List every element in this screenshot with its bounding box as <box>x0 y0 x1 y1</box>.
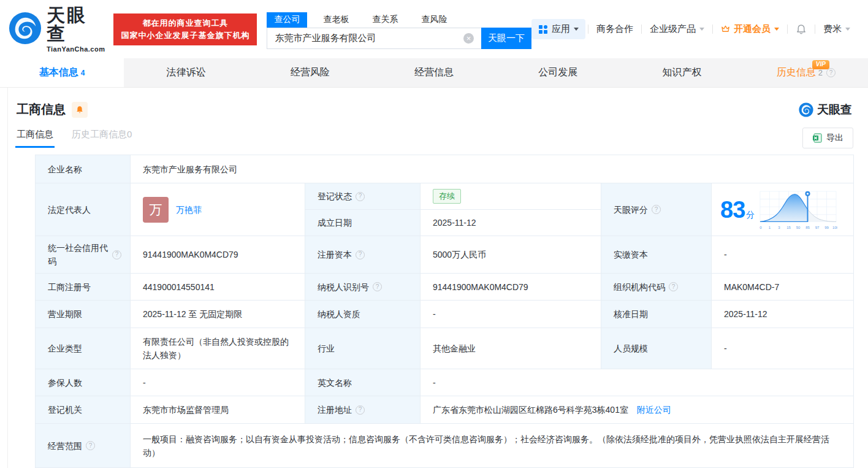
field-label-reg-capital: 注册资本 <box>305 236 421 274</box>
table-row: 企业名称 东莞市产业服务有限公司 <box>36 155 854 183</box>
svg-text:3: 3 <box>779 226 781 229</box>
nearby-companies-link[interactable]: 附近公司 <box>637 405 671 415</box>
field-label-business-term: 营业期限 <box>36 301 131 328</box>
field-value-paid-capital: - <box>712 236 854 274</box>
field-label-reg-status: 登记状态 <box>305 183 421 210</box>
subtab-business-info[interactable]: 工商信息 <box>17 129 53 148</box>
field-value-english-name: - <box>421 369 854 396</box>
main-content: 工商信息 天眼查 工商信息 历史工商信息0 <box>0 88 868 468</box>
brand-name: 天眼查 <box>47 6 105 43</box>
field-value-business-scope: 一般项目：融资咨询服务；以自有资金从事投资活动；信息咨询服务（不含许可类信息咨询… <box>131 424 854 468</box>
search-tabs: 查公司 查老板 查关系 查风险 <box>267 12 531 28</box>
field-value-reg-number: 441900014550141 <box>131 274 305 301</box>
field-value-company-name: 东莞市产业服务有限公司 <box>131 155 854 183</box>
tab-count: 4 <box>81 69 85 77</box>
tab-basic-info[interactable]: 基本信息 4 <box>0 58 124 87</box>
apps-grid-icon <box>538 25 548 34</box>
field-value-score: 83分 <box>712 183 854 236</box>
tab-count: 2 <box>818 68 823 77</box>
nav-cooperation[interactable]: 商务合作 <box>588 23 641 35</box>
help-icon[interactable] <box>373 282 382 291</box>
tab-history-info[interactable]: VIP 历史信息 2 <box>744 58 868 87</box>
field-label-org-code: 组织机构代码 <box>601 274 712 301</box>
nav-user[interactable]: 费米 <box>815 23 858 35</box>
tab-operating-risk[interactable]: 经营风险 <box>248 58 372 87</box>
search-tab-boss[interactable]: 查老板 <box>316 12 356 28</box>
crown-icon <box>721 25 730 34</box>
field-label-est-date: 成立日期 <box>305 210 421 236</box>
status-badge: 存续 <box>433 189 461 204</box>
table-row: 营业期限 2025-11-12 至 无固定期限 纳税人资质 - 核准日期 202… <box>36 301 854 328</box>
field-label-insured-count: 参保人数 <box>36 369 131 396</box>
legal-rep-link[interactable]: 万艳菲 <box>176 203 202 217</box>
field-label-legal-rep: 法定代表人 <box>36 183 131 236</box>
field-label-approval-date: 核准日期 <box>601 301 712 328</box>
field-label-taxpayer-id: 纳税人识别号 <box>305 274 421 301</box>
vip-badge: VIP <box>812 60 829 69</box>
nav-membership[interactable]: 开通会员 <box>713 23 787 35</box>
export-button[interactable]: 导出 <box>802 128 853 148</box>
page-tabs: 基本信息 4 法律诉讼 经营风险 经营信息 公司发展 知识产权 VIP 历史信息… <box>0 58 868 88</box>
nav-apps[interactable]: 应用 <box>531 19 585 39</box>
notification-bell-icon[interactable] <box>788 24 815 35</box>
search-button[interactable]: 天眼一下 <box>481 28 531 49</box>
help-icon[interactable] <box>356 250 365 259</box>
field-label-staff-size: 人员规模 <box>601 328 712 369</box>
brand-domain: TianYanCha.com <box>47 46 105 53</box>
field-value-est-date: 2025-11-12 <box>421 210 601 236</box>
search-tab-risk[interactable]: 查风险 <box>414 12 454 28</box>
table-row: 登记机关 东莞市市场监督管理局 注册地址 广东省东莞市松山湖园区红棉路6号科学苑… <box>36 396 854 424</box>
legal-rep-avatar[interactable]: 万 <box>143 197 169 223</box>
tab-legal[interactable]: 法律诉讼 <box>124 58 248 87</box>
svg-text:85: 85 <box>805 226 810 229</box>
field-label-english-name: 英文名称 <box>305 369 421 396</box>
field-label-credit-code: 统一社会信用代码 <box>36 236 131 274</box>
monitor-bell-icon[interactable] <box>72 102 88 118</box>
field-value-taxpayer-id: 91441900MAK0M4CD79 <box>421 274 601 301</box>
tab-company-development[interactable]: 公司发展 <box>496 58 620 87</box>
help-icon[interactable] <box>652 205 661 214</box>
search-area: 查公司 查老板 查关系 查风险 天眼一下 <box>267 12 531 49</box>
table-row: 法定代表人 万 万艳菲 登记状态 存续 天眼评分 83分 <box>36 183 854 210</box>
subtab-history-business-info[interactable]: 历史工商信息0 <box>72 129 132 148</box>
field-label-reg-number: 工商注册号 <box>36 274 131 301</box>
search-tab-relation[interactable]: 查关系 <box>365 12 405 28</box>
help-icon[interactable] <box>669 282 678 291</box>
site-header: 天眼查 TianYanCha.com 都在用的商业查询工具 国家中小企业发展子基… <box>0 0 868 58</box>
field-value-insured-count: - <box>131 369 305 396</box>
search-tab-company[interactable]: 查公司 <box>267 12 307 28</box>
table-row: 企业类型 有限责任公司（非自然人投资或控股的法人独资） 行业 其他金融业 人员规… <box>36 328 854 369</box>
tianyancha-logo-icon <box>9 12 42 47</box>
field-value-legal-rep: 万 万艳菲 <box>131 183 305 236</box>
svg-text:50: 50 <box>796 226 801 229</box>
field-value-company-type: 有限责任公司（非自然人投资或控股的法人独资） <box>131 328 305 369</box>
section-title: 工商信息 <box>17 101 66 118</box>
excel-icon <box>812 133 822 143</box>
svg-text:1: 1 <box>769 226 771 229</box>
tab-operating-info[interactable]: 经营信息 <box>372 58 496 87</box>
table-row: 统一社会信用代码 91441900MAK0M4CD79 注册资本 5000万人民… <box>36 236 854 274</box>
clear-icon[interactable] <box>463 33 474 44</box>
score-chart: 0 1 3 15 50 85 97 99 100 <box>759 188 837 232</box>
field-label-reg-authority: 登记机关 <box>36 396 131 424</box>
field-value-approval-date: 2025-11-12 <box>712 301 854 328</box>
search-input[interactable] <box>267 28 481 49</box>
help-icon[interactable] <box>86 441 95 450</box>
field-value-business-term: 2025-11-12 至 无固定期限 <box>131 301 305 328</box>
field-label-taxpayer-quality: 纳税人资质 <box>305 301 421 328</box>
tab-intellectual-property[interactable]: 知识产权 <box>620 58 744 87</box>
tianyancha-logo[interactable]: 天眼查 TianYanCha.com <box>9 6 105 53</box>
help-icon[interactable] <box>356 192 365 201</box>
svg-text:100: 100 <box>832 226 837 229</box>
help-icon[interactable] <box>826 68 836 77</box>
field-value-reg-capital: 5000万人民币 <box>421 236 601 274</box>
svg-text:0: 0 <box>760 226 763 229</box>
svg-text:15: 15 <box>786 226 791 229</box>
help-icon[interactable] <box>356 405 365 415</box>
nav-enterprise[interactable]: 企业级产品 <box>642 23 712 35</box>
help-icon[interactable] <box>112 250 121 259</box>
field-value-taxpayer-quality: - <box>421 301 601 328</box>
field-value-industry: 其他金融业 <box>421 328 601 369</box>
svg-text:99: 99 <box>824 226 829 229</box>
tianyancha-watermark: 天眼查 <box>799 102 852 118</box>
